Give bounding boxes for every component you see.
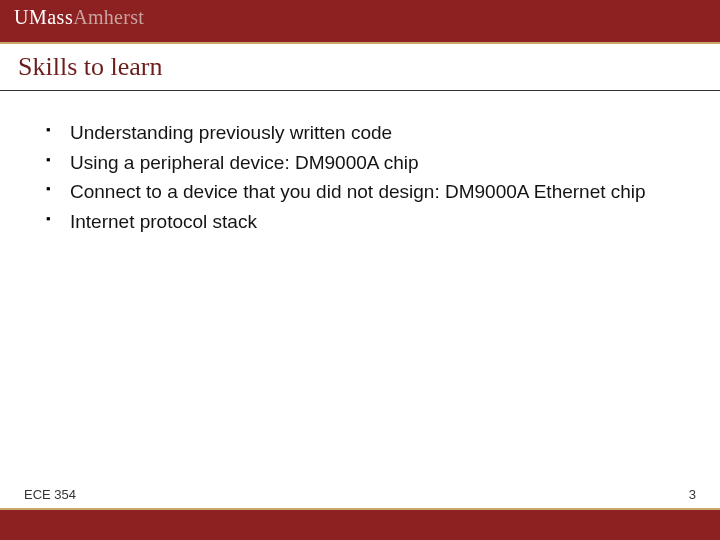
- footer-band: [0, 508, 720, 540]
- footer-course-label: ECE 354: [24, 487, 76, 502]
- slide-title: Skills to learn: [18, 52, 702, 82]
- logo-word-umass: UMass: [14, 6, 73, 29]
- list-item: Understanding previously written code: [70, 119, 674, 147]
- title-area: Skills to learn: [0, 44, 720, 86]
- footer-wrap: ECE 354 3: [0, 508, 720, 540]
- content-area: Understanding previously written code Us…: [0, 91, 720, 508]
- list-item: Connect to a device that you did not des…: [70, 178, 674, 206]
- list-item: Using a peripheral device: DM9000A chip: [70, 149, 674, 177]
- bullet-list: Understanding previously written code Us…: [70, 119, 674, 235]
- umass-logo: UMass Amherst: [14, 6, 144, 29]
- footer-page-number: 3: [689, 487, 696, 502]
- slide-container: UMass Amherst Skills to learn Understand…: [0, 0, 720, 540]
- header-band: UMass Amherst: [0, 0, 720, 42]
- list-item: Internet protocol stack: [70, 208, 674, 236]
- logo-word-amherst: Amherst: [73, 6, 144, 29]
